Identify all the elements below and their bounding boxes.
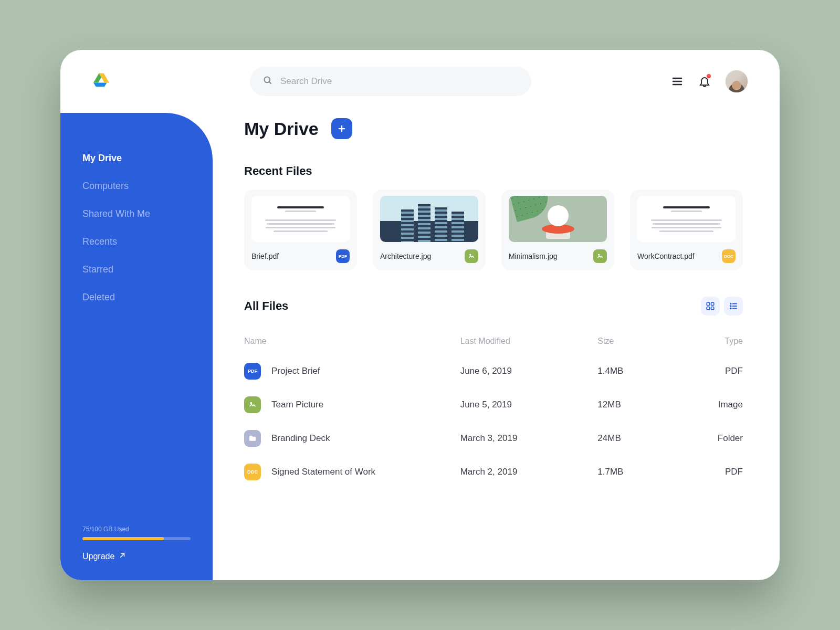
- app-window: My Drive Computers Shared With Me Recent…: [60, 50, 780, 580]
- file-thumbnail: [251, 196, 350, 242]
- file-modified: June 5, 2019: [460, 400, 577, 410]
- notification-dot-icon: [707, 74, 711, 78]
- upgrade-button[interactable]: Upgrade: [82, 552, 191, 561]
- file-name: Architecture.jpg: [380, 252, 431, 260]
- col-type[interactable]: Type: [660, 337, 743, 346]
- main-content: My Drive Recent Files Brief.pdf PDF: [213, 113, 780, 580]
- file-name: Signed Statement of Work: [271, 467, 375, 477]
- file-name: Team Picture: [271, 400, 323, 410]
- svg-rect-12: [707, 307, 709, 310]
- recent-files-row: Brief.pdf PDF Architecture.jpg: [244, 190, 743, 270]
- table-row[interactable]: DOC Signed Statement of Work March 2, 20…: [244, 455, 743, 489]
- sidebar-item-my-drive[interactable]: My Drive: [82, 144, 213, 172]
- table-row[interactable]: PDF Project Brief June 6, 2019 1.4MB PDF: [244, 354, 743, 388]
- file-name: Project Brief: [271, 366, 320, 376]
- col-size[interactable]: Size: [576, 337, 659, 346]
- avatar[interactable]: [725, 70, 748, 93]
- image-icon: [244, 396, 261, 413]
- file-type: Image: [660, 400, 743, 410]
- svg-rect-10: [707, 302, 709, 305]
- folder-icon: [244, 430, 261, 447]
- storage-panel: 75/100 GB Used Upgrade: [82, 526, 213, 561]
- drive-logo: [92, 71, 111, 92]
- file-thumbnail: [637, 196, 736, 242]
- file-size: 1.4MB: [576, 366, 659, 376]
- view-toggle: [701, 297, 743, 316]
- file-name: Minimalism.jpg: [509, 252, 558, 260]
- sidebar-item-starred[interactable]: Starred: [82, 256, 213, 284]
- file-type: Folder: [660, 433, 743, 444]
- table-row[interactable]: Branding Deck March 3, 2019 24MB Folder: [244, 422, 743, 455]
- table-row[interactable]: Team Picture June 5, 2019 12MB Image: [244, 388, 743, 422]
- file-type: PDF: [660, 366, 743, 376]
- pdf-badge-icon: PDF: [336, 249, 350, 263]
- svg-line-5: [121, 554, 124, 558]
- col-modified[interactable]: Last Modified: [460, 337, 577, 346]
- file-name: Branding Deck: [271, 433, 330, 444]
- table-header: Name Last Modified Size Type: [244, 328, 743, 354]
- file-thumbnail: [509, 196, 607, 242]
- sidebar: My Drive Computers Shared With Me Recent…: [60, 113, 213, 580]
- all-files-title: All Files: [244, 299, 288, 313]
- add-button[interactable]: [331, 118, 352, 139]
- svg-point-14: [730, 303, 731, 304]
- file-size: 24MB: [576, 433, 659, 444]
- recent-files-title: Recent Files: [244, 164, 743, 178]
- file-name: WorkContract.pdf: [637, 252, 695, 260]
- search-field[interactable]: [250, 67, 531, 96]
- svg-point-20: [250, 403, 251, 404]
- menu-button[interactable]: [670, 75, 684, 88]
- svg-rect-11: [711, 302, 714, 305]
- file-modified: March 3, 2019: [460, 433, 577, 444]
- arrow-upright-icon: [119, 552, 126, 561]
- file-type: PDF: [660, 467, 743, 477]
- recent-card[interactable]: Brief.pdf PDF: [244, 190, 357, 270]
- topbar: [60, 50, 780, 113]
- list-view-button[interactable]: [724, 297, 743, 316]
- sidebar-item-shared[interactable]: Shared With Me: [82, 200, 213, 228]
- sidebar-item-computers[interactable]: Computers: [82, 172, 213, 200]
- recent-card[interactable]: Minimalism.jpg: [501, 190, 614, 270]
- grid-view-button[interactable]: [701, 297, 720, 316]
- svg-point-16: [730, 306, 731, 307]
- image-badge-icon: [593, 249, 607, 263]
- file-size: 12MB: [576, 400, 659, 410]
- search-icon: [262, 75, 273, 88]
- page-title: My Drive: [244, 119, 319, 139]
- notifications-button[interactable]: [698, 75, 711, 88]
- recent-card[interactable]: WorkContract.pdf DOC: [630, 190, 743, 270]
- svg-rect-13: [711, 307, 714, 310]
- files-table: Name Last Modified Size Type PDF Project…: [244, 328, 743, 489]
- storage-bar: [82, 537, 191, 540]
- recent-card[interactable]: Architecture.jpg: [373, 190, 486, 270]
- svg-line-1: [269, 82, 271, 84]
- col-name[interactable]: Name: [244, 337, 460, 346]
- file-modified: March 2, 2019: [460, 467, 577, 477]
- svg-point-18: [730, 308, 731, 309]
- storage-label: 75/100 GB Used: [82, 526, 191, 533]
- pdf-icon: PDF: [244, 363, 261, 380]
- doc-icon: DOC: [244, 464, 261, 480]
- sidebar-item-deleted[interactable]: Deleted: [82, 284, 213, 311]
- svg-point-0: [264, 77, 270, 82]
- sidebar-item-recents[interactable]: Recents: [82, 228, 213, 256]
- file-modified: June 6, 2019: [460, 366, 577, 376]
- file-size: 1.7MB: [576, 467, 659, 477]
- doc-badge-icon: DOC: [722, 249, 736, 263]
- search-input[interactable]: [280, 76, 519, 87]
- file-name: Brief.pdf: [251, 252, 279, 260]
- image-badge-icon: [465, 249, 478, 263]
- file-thumbnail: [380, 196, 478, 242]
- svg-point-8: [470, 254, 471, 255]
- svg-point-9: [598, 254, 600, 255]
